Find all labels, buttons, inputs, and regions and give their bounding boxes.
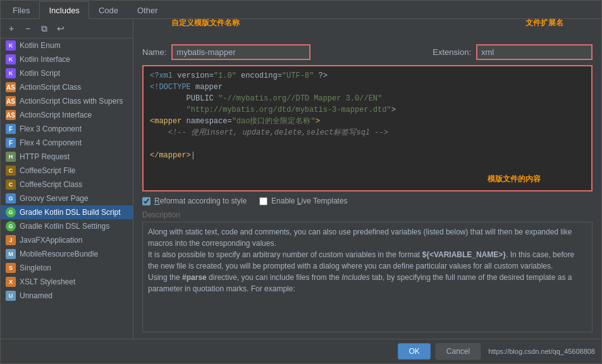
dialog: Files Includes Code Other + − ⧉ ↩ KKotli… <box>0 0 602 364</box>
tab-includes[interactable]: Includes <box>39 1 89 19</box>
list-item-icon: K <box>6 54 16 64</box>
tab-files[interactable]: Files <box>3 1 39 19</box>
list-item-icon: AS <box>6 82 16 92</box>
list-item-icon: G <box>6 221 16 231</box>
list-item-icon: H <box>6 152 16 162</box>
list-item-label: CoffeeScript Class <box>20 180 82 189</box>
tab-bar: Files Includes Code Other <box>1 1 601 19</box>
list-item[interactable]: CCoffeeScript Class <box>1 178 133 191</box>
list-item[interactable]: GGradle Kotlin DSL Build Script <box>1 205 133 219</box>
list-item-icon: F <box>6 124 16 134</box>
cancel-button[interactable]: Cancel <box>436 343 481 360</box>
list-item-icon: C <box>6 179 16 190</box>
code-line-8: </mapper>| <box>150 150 585 161</box>
list-item-icon: K <box>6 40 16 51</box>
description-text: Along with static text, code and comment… <box>142 222 593 332</box>
code-line-6: <!-- 使用insert, update,delete,select标签写sq… <box>150 127 585 138</box>
list-item-label: HTTP Request <box>20 152 70 161</box>
content-area: + − ⧉ ↩ KKotlin EnumKKotlin InterfaceKKo… <box>1 19 601 339</box>
list-item-icon: S <box>6 263 16 273</box>
extension-input[interactable] <box>476 44 593 60</box>
list-item-icon: AS <box>6 110 16 120</box>
description-label: Description <box>142 210 593 219</box>
options-row: Reformat according to style Enable Live … <box>142 197 593 205</box>
list-item-label: Flex 3 Component <box>20 124 82 133</box>
list-item-icon: G <box>6 193 16 203</box>
list-item[interactable]: FFlex 4 Component <box>1 136 133 150</box>
copy-button[interactable]: ⧉ <box>37 21 51 35</box>
list-item-label: CoffeeScript File <box>20 166 75 175</box>
list-item[interactable]: MMobileResourceBundle <box>1 247 133 261</box>
list-item-icon: G <box>6 207 16 217</box>
list-item-icon: M <box>6 249 16 259</box>
list-item[interactable]: GGradle Kotlin DSL Settings <box>1 219 133 233</box>
list-item-icon: C <box>6 166 16 176</box>
reformat-checkbox[interactable] <box>142 197 150 205</box>
list-item[interactable]: ASActionScript Class with Supers <box>1 94 133 108</box>
live-templates-label[interactable]: Enable Live Templates <box>271 197 348 205</box>
list-item-label: XSLT Stylesheet <box>20 277 75 286</box>
list-item[interactable]: XXSLT Stylesheet <box>1 275 133 289</box>
ok-button[interactable]: OK <box>398 343 430 360</box>
reformat-label[interactable]: Reformat according to style <box>154 197 247 205</box>
live-templates-checkbox[interactable] <box>259 197 267 205</box>
list-item-icon: K <box>6 68 16 78</box>
list-item[interactable]: ASActionScript Class <box>1 80 133 94</box>
list-item[interactable]: FFlex 3 Component <box>1 122 133 136</box>
bottom-bar: OK Cancel https://blog.csdn.net/qq_45608… <box>1 339 601 363</box>
live-templates-checkbox-group: Enable Live Templates <box>259 197 348 205</box>
name-annotation: 自定义模版文件名称 <box>171 19 240 28</box>
tab-code[interactable]: Code <box>89 1 128 19</box>
list-item-label: Flex 4 Component <box>20 138 82 147</box>
list-item-icon: F <box>6 138 16 148</box>
list-item[interactable]: ASActionScript Interface <box>1 108 133 122</box>
list-item-label: Kotlin Script <box>20 69 60 78</box>
name-input[interactable] <box>171 44 310 60</box>
list-item[interactable]: UUnnamed <box>1 289 133 303</box>
code-line-2: <!DOCTYPE mapper <box>150 82 585 93</box>
code-line-1: <?xml version="1.0" encoding="UTF-8" ?> <box>150 70 585 82</box>
list-item-label: Kotlin Interface <box>20 55 70 64</box>
extension-annotation: 文件扩展名 <box>525 19 563 28</box>
list-item-label: Singleton <box>20 264 51 272</box>
code-editor[interactable]: <?xml version="1.0" encoding="UTF-8" ?> … <box>142 65 593 191</box>
sidebar-toolbar: + − ⧉ ↩ <box>1 19 133 39</box>
code-line-4: "http://mybatis.org/dtd/mybatis-3-mapper… <box>150 104 585 116</box>
list-item[interactable]: GGroovy Server Page <box>1 191 133 205</box>
list-item-icon: X <box>6 277 16 287</box>
name-field-group: Name: <box>142 44 310 60</box>
reformat-checkbox-group: Reformat according to style <box>142 197 247 205</box>
extension-field-group: Extension: <box>433 44 593 60</box>
main-panel: 自定义模版文件名称 文件扩展名 Name: Extension: <?xml v… <box>133 19 601 339</box>
list-item-icon: U <box>6 291 16 301</box>
name-label: Name: <box>142 47 166 57</box>
list-item-label: Gradle Kotlin DSL Build Script <box>20 208 121 217</box>
list-item[interactable]: KKotlin Interface <box>1 52 133 66</box>
list-item[interactable]: CCoffeeScript File <box>1 164 133 178</box>
list-item-label: JavaFXApplication <box>20 236 82 245</box>
list-item-label: ActionScript Class with Supers <box>20 97 123 106</box>
list-item-label: Groovy Server Page <box>20 194 89 203</box>
list-item[interactable]: SSingleton <box>1 261 133 275</box>
undo-button[interactable]: ↩ <box>54 21 68 35</box>
url-bar: https://blog.csdn.net/qq_45608808 <box>488 348 595 355</box>
remove-button[interactable]: − <box>21 21 35 35</box>
tab-other[interactable]: Other <box>128 1 168 19</box>
list-item-label: ActionScript Interface <box>20 111 92 119</box>
code-line-5: <mapper namespace="dao接口的全限定名称"> <box>150 116 585 127</box>
list-item-label: MobileResourceBundle <box>20 250 98 258</box>
list-item-label: Kotlin Enum <box>20 41 61 50</box>
extension-label: Extension: <box>433 47 471 57</box>
name-ext-row: Name: Extension: <box>142 44 593 60</box>
list-item[interactable]: HHTTP Request <box>1 150 133 164</box>
list-item[interactable]: KKotlin Script <box>1 66 133 80</box>
list-item[interactable]: KKotlin Enum <box>1 39 133 52</box>
code-line-3: PUBLIC "-//mybatis.org//DTD Mapper 3.0//… <box>150 93 585 104</box>
content-annotation: 模版文件的内容 <box>488 174 541 185</box>
list-item-icon: J <box>6 235 16 245</box>
list-item-label: Gradle Kotlin DSL Settings <box>20 222 109 231</box>
list-item-label: ActionScript Class <box>20 83 81 92</box>
add-button[interactable]: + <box>4 21 18 35</box>
list-item[interactable]: JJavaFXApplication <box>1 233 133 247</box>
code-line-7 <box>150 138 585 150</box>
